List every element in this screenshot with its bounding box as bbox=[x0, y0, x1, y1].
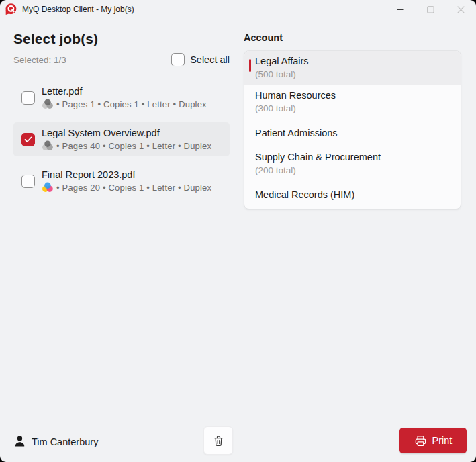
jobs-section: Select job(s) Selected: 1/3 Select all L… bbox=[13, 31, 230, 210]
grayscale-print-icon bbox=[42, 99, 54, 109]
maximize-icon bbox=[427, 6, 434, 13]
close-icon bbox=[457, 6, 465, 13]
close-button[interactable] bbox=[446, 0, 476, 19]
job-info: Letter.pdf • Pages 1 • Copies 1 • Letter… bbox=[42, 86, 207, 109]
account-name: Patient Admissions bbox=[255, 127, 450, 140]
job-row-final-report[interactable]: Final Report 2023.pdf • Pages 20 • Copie… bbox=[13, 164, 230, 198]
job-name: Letter.pdf bbox=[42, 86, 207, 97]
app-window: MyQ Desktop Client - My job(s) Select jo… bbox=[0, 0, 476, 462]
trash-icon bbox=[212, 434, 225, 447]
logged-in-user: Tim Canterbury bbox=[13, 435, 98, 448]
user-name: Tim Canterbury bbox=[32, 436, 98, 447]
grayscale-print-icon bbox=[42, 140, 54, 151]
account-total: (300 total) bbox=[255, 103, 450, 115]
job-checkbox[interactable] bbox=[21, 175, 35, 188]
page-title: Select job(s) bbox=[13, 31, 230, 47]
print-button[interactable]: Print bbox=[399, 428, 467, 453]
account-section: Account Legal Affairs (500 total) Human … bbox=[244, 31, 461, 210]
jobs-subheader: Selected: 1/3 Select all bbox=[13, 53, 230, 66]
account-item-medical-records[interactable]: Medical Records (HIM) bbox=[244, 181, 461, 209]
minimize-button[interactable] bbox=[385, 0, 416, 19]
job-checkbox-checked[interactable] bbox=[21, 133, 35, 146]
account-total: (500 total) bbox=[255, 68, 450, 81]
account-item-supply-chain[interactable]: Supply Chain & Procurement (200 total) bbox=[244, 147, 461, 181]
job-meta-text: • Pages 1 • Copies 1 • Letter • Duplex bbox=[56, 99, 207, 109]
job-meta-text: • Pages 40 • Copies 1 • Letter • Duplex bbox=[56, 141, 211, 151]
select-all-checkbox[interactable] bbox=[171, 53, 185, 66]
user-icon bbox=[13, 435, 26, 448]
job-info: Legal System Overview.pdf • Pages 40 • C… bbox=[42, 128, 211, 151]
title-bar[interactable]: MyQ Desktop Client - My job(s) bbox=[0, 0, 476, 19]
checkmark-icon bbox=[24, 136, 32, 143]
job-checkbox[interactable] bbox=[21, 91, 35, 105]
color-print-icon bbox=[42, 182, 54, 193]
account-list: Legal Affairs (500 total) Human Resource… bbox=[244, 50, 461, 210]
window-controls bbox=[385, 0, 476, 19]
selected-indicator bbox=[249, 59, 251, 72]
job-list: Letter.pdf • Pages 1 • Copies 1 • Letter… bbox=[13, 81, 230, 198]
account-title: Account bbox=[244, 32, 461, 43]
account-name: Legal Affairs bbox=[255, 55, 450, 68]
select-all-label: Select all bbox=[190, 54, 230, 65]
minimize-icon bbox=[397, 6, 404, 13]
job-row-letter[interactable]: Letter.pdf • Pages 1 • Copies 1 • Letter… bbox=[13, 81, 230, 115]
footer-bar: Tim Canterbury Print bbox=[0, 420, 476, 462]
maximize-button[interactable] bbox=[416, 0, 446, 19]
job-meta-text: • Pages 20 • Copies 1 • Letter • Duplex bbox=[56, 183, 211, 193]
print-button-label: Print bbox=[432, 435, 453, 446]
job-row-legal-system-overview[interactable]: Legal System Overview.pdf • Pages 40 • C… bbox=[13, 122, 230, 156]
printer-icon bbox=[414, 434, 427, 447]
job-meta: • Pages 20 • Copies 1 • Letter • Duplex bbox=[42, 182, 211, 193]
main-content: Select job(s) Selected: 1/3 Select all L… bbox=[0, 19, 476, 210]
select-all-control[interactable]: Select all bbox=[171, 53, 230, 66]
account-item-patient-admissions[interactable]: Patient Admissions bbox=[244, 120, 461, 147]
window-title: MyQ Desktop Client - My job(s) bbox=[22, 5, 385, 14]
job-meta: • Pages 40 • Copies 1 • Letter • Duplex bbox=[42, 140, 211, 151]
account-name: Human Resources bbox=[255, 89, 450, 102]
account-total: (200 total) bbox=[255, 165, 450, 177]
account-name: Medical Records (HIM) bbox=[255, 189, 450, 201]
account-name: Supply Chain & Procurement bbox=[255, 151, 450, 164]
job-name: Legal System Overview.pdf bbox=[42, 128, 211, 138]
job-name: Final Report 2023.pdf bbox=[42, 169, 211, 180]
selected-count: Selected: 1/3 bbox=[13, 55, 66, 65]
account-item-legal-affairs[interactable]: Legal Affairs (500 total) bbox=[244, 51, 461, 85]
job-meta: • Pages 1 • Copies 1 • Letter • Duplex bbox=[42, 99, 207, 109]
job-info: Final Report 2023.pdf • Pages 20 • Copie… bbox=[42, 169, 211, 193]
delete-job-button[interactable] bbox=[203, 426, 233, 455]
myq-logo-icon bbox=[4, 3, 17, 16]
account-item-human-resources[interactable]: Human Resources (300 total) bbox=[244, 85, 461, 120]
